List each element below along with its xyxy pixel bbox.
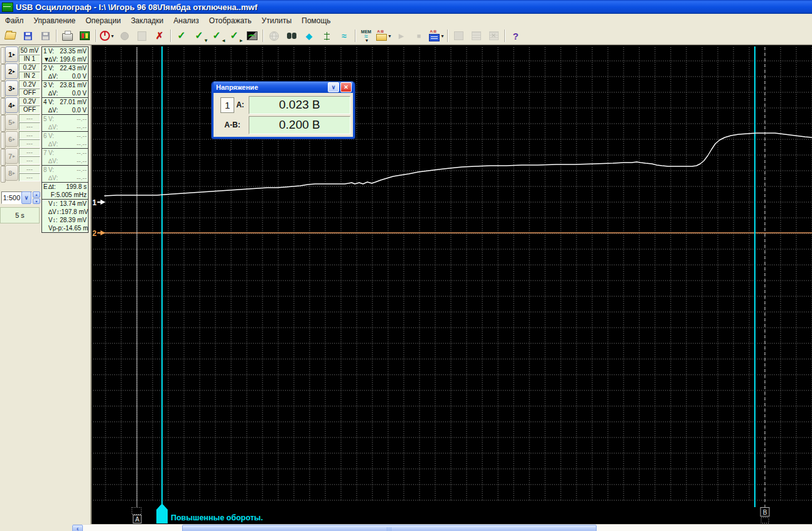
measure-next-button[interactable]: ✓▸ <box>225 28 243 43</box>
scrollbar-track[interactable]: ‹ <box>72 524 812 531</box>
channel-6-button[interactable]: 6▸ <box>5 131 18 147</box>
measurement-line: V↕:28.39 mV <box>42 216 88 224</box>
channel-6-range[interactable]: --- <box>19 131 40 139</box>
scroll-left-arrow-icon[interactable]: ‹ <box>72 525 83 531</box>
measurement-line: ∆V:--.-- <box>42 140 88 148</box>
memory-button[interactable]: MEM≈▾ <box>357 28 375 43</box>
save-button[interactable] <box>19 28 36 43</box>
menu-item-help[interactable]: Помощь <box>296 14 335 27</box>
close-icon[interactable]: ✕ <box>340 82 352 92</box>
channel-2-marker[interactable]: 2 <box>92 229 97 238</box>
macro-window-button[interactable]: ▾ <box>428 28 445 43</box>
channel-1-input[interactable]: IN 1 <box>19 55 40 63</box>
measurement-line: 2V:22.43 mV <box>42 64 88 72</box>
chevron-down-icon[interactable]: ∨ <box>328 82 339 92</box>
check-left-icon: ✓ <box>212 31 220 41</box>
grid-x-icon <box>489 31 499 40</box>
print-button[interactable] <box>58 28 76 43</box>
channel-3-button[interactable]: 3▸ <box>5 80 18 96</box>
measurement-panel: 1V:23.35 mV▼∆V:199.6 mV2V:22.43 mV∆V:0.0… <box>41 46 89 233</box>
channel-4-input[interactable]: OFF <box>19 105 40 114</box>
voltage-row-a: 1 A: 0.023 В <box>216 95 350 115</box>
measure-menu-button[interactable]: ✓▾ <box>190 28 208 43</box>
save-fragment-button <box>133 28 151 43</box>
menu-item-view[interactable]: Отображать <box>204 14 257 27</box>
cursor-a-handle[interactable] <box>132 508 141 515</box>
dropdown-arrow-icon: ▾ <box>388 33 391 39</box>
channel-4-range[interactable]: 0.2V <box>19 97 40 105</box>
channel-5-input[interactable]: --- <box>19 122 40 131</box>
channel-8-input[interactable]: --- <box>19 173 40 181</box>
open-file-button[interactable] <box>1 28 19 43</box>
channel-1-range[interactable]: 50 mV <box>19 46 40 55</box>
save-all-icon <box>41 32 50 40</box>
macro-open-button[interactable]: ▾ <box>375 28 392 43</box>
measure-on-button[interactable]: ✓ <box>173 28 190 43</box>
measurement-line: 7V:--.-- <box>42 149 88 157</box>
title-bar: USB Осциллограф - I:\ \Игорь 96 08\Лямбд… <box>0 0 812 14</box>
help-button[interactable]: ? <box>507 28 524 43</box>
menu-item-operations[interactable]: Операции <box>80 14 126 27</box>
channel-8-button[interactable]: 8▸ <box>5 165 18 181</box>
row-a-b-label: А-В: <box>224 121 240 129</box>
toolbar-separator <box>355 30 355 42</box>
channel-3-input[interactable]: OFF <box>19 88 40 97</box>
channel-7-button[interactable]: 7▸ <box>5 148 18 164</box>
menu-item-file[interactable]: Файл <box>0 14 29 27</box>
channel-3-range[interactable]: 0.2V <box>19 80 40 88</box>
channel-8-measurements: 8V:--.--∆V:--.-- <box>42 166 88 183</box>
cursor-b-handle[interactable] <box>761 518 769 523</box>
voltage-popup-titlebar[interactable]: Напряжение ∨ ✕ <box>214 82 353 93</box>
channel-7-input[interactable]: --- <box>19 156 40 164</box>
display-mode-button[interactable] <box>243 28 261 43</box>
check-right-icon: ✓ <box>230 31 238 41</box>
channel-4-button[interactable]: 4▸ <box>5 97 18 113</box>
start-stop-button[interactable]: ▾ <box>98 28 116 43</box>
channel-6-input[interactable]: --- <box>19 139 40 148</box>
voltage-row-a-b: А-В: 0.200 В <box>216 115 350 135</box>
channel-2-arrow-icon <box>97 230 106 235</box>
globe-icon <box>269 31 279 41</box>
device-panel-button[interactable] <box>76 28 94 43</box>
spin-up-icon[interactable]: ▴ <box>33 191 40 198</box>
measurement-line: 5V:--.-- <box>42 115 88 123</box>
main-content: 1:500 ∨ ▴ ▾ 5 s 1▸50 mVIN 12▸0.2VIN 23▸0… <box>0 45 812 524</box>
folder-open-icon <box>4 32 16 40</box>
measure-prev-button[interactable]: ✓◂ <box>208 28 225 43</box>
channel-5-button[interactable]: 5▸ <box>5 114 18 130</box>
menu-item-bookmarks[interactable]: Закладки <box>126 14 168 27</box>
channel-5-range[interactable]: --- <box>19 114 40 122</box>
menu-item-analysis[interactable]: Анализ <box>168 14 204 27</box>
channel-6-measurements: 6V:--.--∆V:--.-- <box>42 132 88 149</box>
voltage-value-a-b: 0.200 В <box>249 116 350 134</box>
signal-view-button[interactable]: ≈ <box>335 28 353 43</box>
measurement-line: 8V:--.-- <box>42 166 88 174</box>
channel-2-button[interactable]: 2▸ <box>5 63 18 79</box>
panel-blank-button <box>450 28 467 43</box>
measurement-line: ∆V:--.-- <box>42 123 88 131</box>
channel-1-marker[interactable]: 1 <box>92 198 97 207</box>
bookmark-flag-icon[interactable] <box>156 503 168 523</box>
channel-7-range[interactable]: --- <box>19 148 40 156</box>
zoom-ratio-select[interactable]: 1:500 ∨ <box>1 191 32 204</box>
voltage-popup-title: Напряжение <box>216 83 327 91</box>
binoculars-icon <box>287 33 296 39</box>
menu-item-utilities[interactable]: Утилиты <box>257 14 297 27</box>
delete-marks-button[interactable]: ✗ <box>151 28 168 43</box>
scrollbar-thumb[interactable] <box>182 525 597 531</box>
channel-2-input[interactable]: IN 2 <box>19 72 40 80</box>
channel-2-range[interactable]: 0.2V <box>19 63 40 72</box>
chevron-down-icon[interactable]: ∨ <box>21 191 31 204</box>
channel-1-button[interactable]: 1▸ <box>5 46 18 62</box>
power-icon <box>100 31 110 41</box>
channel-8-range[interactable]: --- <box>19 165 40 173</box>
check-icon: ✓ <box>177 31 185 41</box>
cursor-a-label: A <box>135 516 139 523</box>
bookmark-marks-button[interactable]: ◆ <box>300 28 318 43</box>
toolbar-separator <box>504 30 505 42</box>
spin-down-icon[interactable]: ▾ <box>33 198 40 205</box>
macro-folder-icon <box>376 34 387 41</box>
menu-item-control[interactable]: Управление <box>29 14 81 27</box>
search-button[interactable] <box>283 28 300 43</box>
levels-button[interactable] <box>318 28 335 43</box>
